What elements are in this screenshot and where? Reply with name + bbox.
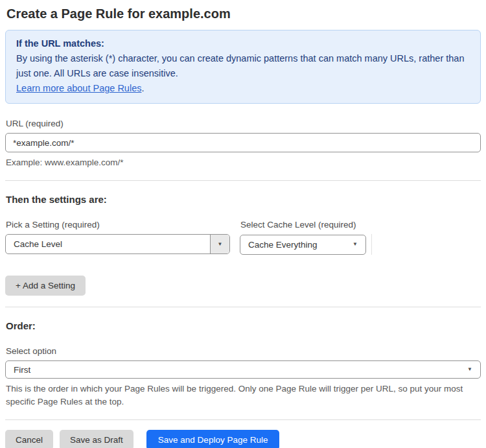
section-divider [5,180,481,181]
chevron-down-icon: ▼ [353,242,358,247]
cache-level-label: Select Cache Level (required) [240,220,481,230]
info-box-link-line: Learn more about Page Rules. [16,81,470,96]
setting-group-divider [371,234,372,255]
cache-level-value: Cache Everything [240,240,353,250]
setting-picker-select[interactable]: Cache Level ▼ [5,234,230,254]
cache-level-column: Select Cache Level (required) Cache Ever… [240,205,481,255]
order-select[interactable]: First ▼ [5,360,481,379]
url-label: URL (required) [6,119,481,129]
order-select-value: First [6,365,467,375]
add-setting-button[interactable]: + Add a Setting [5,276,86,296]
settings-row: Pick a Setting (required) Cache Level ▼ … [5,205,481,255]
info-box-heading: If the URL matches: [16,36,470,51]
chevron-down-icon: ▼ [467,367,472,372]
settings-heading: Then the settings are: [6,194,481,205]
page-title: Create a Page Rule for example.com [6,6,481,21]
section-divider [5,307,481,307]
cache-level-row: Cache Everything ▼ [240,234,481,255]
chevron-down-icon: ▼ [210,235,229,253]
url-match-info-box: If the URL matches: By using the asteris… [5,30,481,104]
order-heading: Order: [6,320,481,331]
url-helper-text: Example: www.example.com/* [6,156,481,169]
cancel-button[interactable]: Cancel [5,430,53,448]
save-deploy-button[interactable]: Save and Deploy Page Rule [146,430,280,448]
order-label: Select option [6,346,481,357]
link-suffix-text: . [141,83,144,93]
footer-actions: Cancel Save as Draft Save and Deploy Pag… [5,430,481,448]
setting-picker-label: Pick a Setting (required) [6,220,230,230]
url-input[interactable] [5,133,481,152]
cache-level-select[interactable]: Cache Everything ▼ [240,235,366,255]
setting-picker-value: Cache Level [6,239,210,249]
save-draft-button[interactable]: Save as Draft [60,430,133,448]
create-page-rule-form: Create a Page Rule for example.com If th… [0,0,486,448]
order-helper-text: This is the order in which your Page Rul… [6,383,481,408]
setting-picker-column: Pick a Setting (required) Cache Level ▼ [5,205,230,255]
section-divider [5,419,481,420]
info-box-body: By using the asterisk (*) character, you… [16,51,470,81]
learn-more-link[interactable]: Learn more about Page Rules [16,83,141,93]
